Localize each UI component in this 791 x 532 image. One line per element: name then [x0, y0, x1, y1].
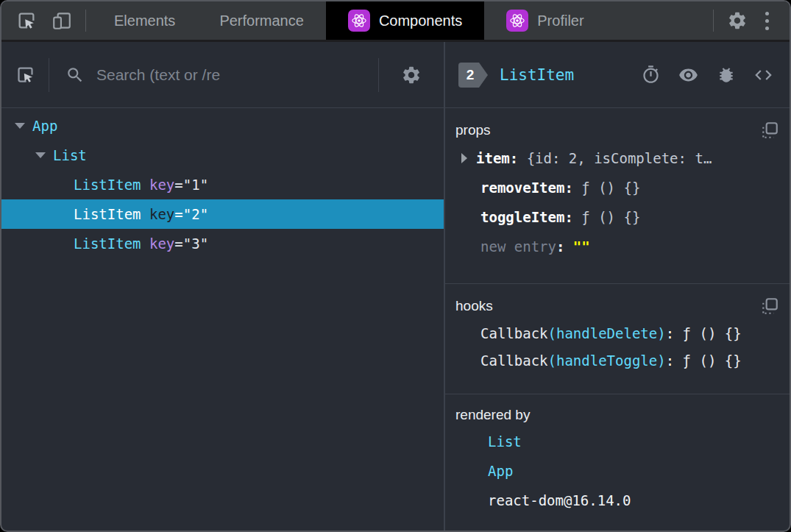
inspect-dom-eye-icon[interactable] [678, 65, 698, 85]
topbar-right [707, 1, 790, 40]
react-logo-icon [506, 10, 528, 32]
topbar-divider [713, 10, 714, 32]
hook-callback-name: (handleToggle) [548, 352, 666, 369]
prop-name: item [476, 150, 510, 166]
key-attr-name: key [149, 177, 174, 193]
prop-name: removeItem [480, 180, 564, 196]
chevron-down-icon[interactable] [15, 123, 25, 129]
rendered-by-section: rendered by List App react-dom@16.14.0 [445, 394, 790, 531]
hooks-section: hooks Callback(handleDelete): ƒ () {} [445, 283, 790, 394]
search-input[interactable] [96, 66, 378, 84]
owner-row[interactable]: App [455, 456, 779, 486]
colon: : [564, 209, 572, 225]
owners-count-badge[interactable]: 2 [458, 63, 479, 88]
renderer-version-label: react-dom@16.14.0 [488, 492, 631, 508]
react-logo-icon [348, 10, 370, 32]
colon: : [666, 325, 674, 341]
search-icon [65, 65, 85, 85]
component-inspector-panel: 2 ListItem [445, 42, 790, 531]
inspect-element-icon[interactable] [16, 10, 37, 31]
suspend-timer-icon[interactable] [641, 65, 661, 85]
hooks-section-title: hooks [455, 298, 493, 314]
component-name: ListItem [74, 177, 141, 193]
colon: : [556, 238, 564, 255]
component-name: ListItem [74, 235, 141, 252]
tree-toolbar [1, 42, 444, 108]
equals-sign: = [174, 206, 182, 222]
inspector-actions [641, 65, 773, 85]
settings-gear-icon[interactable] [727, 10, 748, 31]
props-section: props item: {id: 2, isComplete: t… [445, 108, 790, 283]
devtools-content: App List ListItem key="1" ListItem key="… [1, 42, 790, 531]
equals-sign: = [174, 177, 182, 193]
component-name: App [32, 118, 57, 134]
colon: : [564, 180, 572, 196]
tree-row-listitem-3[interactable]: ListItem key="3" [1, 229, 444, 258]
new-entry-label: new entry [480, 238, 556, 255]
key-attr-value: "1" [183, 177, 208, 193]
props-section-title: props [455, 122, 491, 138]
hook-value: ƒ () {} [674, 325, 742, 341]
tab-performance[interactable]: Performance [197, 1, 326, 40]
more-options-kebab-icon[interactable] [755, 6, 779, 36]
prop-row-item[interactable]: item: {id: 2, isComplete: t… [455, 143, 779, 173]
inspector-header: 2 ListItem [445, 42, 790, 108]
component-name: ListItem [74, 206, 141, 222]
devtools-tab-bar: Elements Performance Components [1, 1, 790, 42]
tab-components[interactable]: Components [326, 1, 484, 40]
chevron-down-icon[interactable] [35, 152, 46, 158]
tab-elements[interactable]: Elements [92, 1, 197, 40]
rendered-by-title: rendered by [455, 407, 530, 423]
prop-value: ƒ () {} [573, 209, 641, 225]
equals-sign: = [174, 235, 182, 252]
prop-row-new-entry[interactable]: new entry: "" [455, 232, 779, 261]
hook-callback-name: (handleDelete) [548, 325, 666, 341]
log-to-console-bug-icon[interactable] [716, 65, 736, 85]
colon: : [510, 150, 518, 166]
tab-profiler[interactable]: Profiler [484, 1, 606, 40]
colon: : [666, 352, 674, 369]
component-name: List [53, 147, 87, 163]
tab-label: Components [379, 13, 462, 29]
prop-name: toggleItem [480, 209, 564, 225]
new-entry-value-input[interactable]: "" [564, 238, 589, 255]
tab-label: Performance [219, 13, 304, 29]
components-tree-panel: App List ListItem key="1" ListItem key="… [1, 42, 445, 531]
chevron-right-icon[interactable] [461, 153, 467, 163]
hook-row-handledelete: Callback(handleDelete): ƒ () {} [455, 319, 779, 347]
hook-name: Callback [480, 325, 548, 341]
key-attr-name: key [149, 206, 174, 222]
owner-row: react-dom@16.14.0 [455, 486, 779, 515]
hook-name: Callback [480, 352, 548, 369]
owner-link-list[interactable]: List [488, 433, 522, 450]
owner-row[interactable]: List [455, 427, 779, 456]
view-source-code-icon[interactable] [753, 65, 773, 85]
copy-to-clipboard-icon[interactable] [760, 121, 779, 140]
tree-row-list[interactable]: List [1, 141, 444, 170]
tree-settings-gear-icon[interactable] [379, 65, 444, 85]
tree-row-app[interactable]: App [1, 111, 444, 141]
prop-value: {id: 2, isComplete: t… [518, 150, 712, 166]
hook-row-handletoggle: Callback(handleToggle): ƒ () {} [455, 347, 779, 374]
prop-row-removeitem: removeItem: ƒ () {} [455, 173, 779, 202]
tab-label: Profiler [537, 13, 584, 29]
topbar-icons [1, 1, 79, 40]
hook-value: ƒ () {} [674, 352, 742, 369]
tree-row-listitem-2-selected[interactable]: ListItem key="2" [1, 199, 444, 229]
search-area [49, 65, 378, 85]
tab-label: Elements [114, 13, 175, 29]
selected-component-name: ListItem [500, 66, 574, 84]
devtools-window: Elements Performance Components [0, 0, 791, 532]
prop-value: ƒ () {} [573, 180, 641, 196]
owner-link-app[interactable]: App [488, 463, 513, 479]
component-tree: App List ListItem key="1" ListItem key="… [1, 108, 444, 531]
key-attr-name: key [149, 235, 174, 252]
copy-to-clipboard-icon[interactable] [760, 297, 779, 316]
prop-row-toggleitem: toggleItem: ƒ () {} [455, 202, 779, 232]
key-attr-value: "3" [183, 235, 208, 252]
device-toolbar-icon[interactable] [52, 10, 72, 31]
topbar-divider [85, 10, 86, 32]
key-attr-value: "2" [183, 206, 208, 222]
tree-row-listitem-1[interactable]: ListItem key="1" [1, 170, 444, 199]
select-element-icon[interactable] [1, 65, 49, 85]
